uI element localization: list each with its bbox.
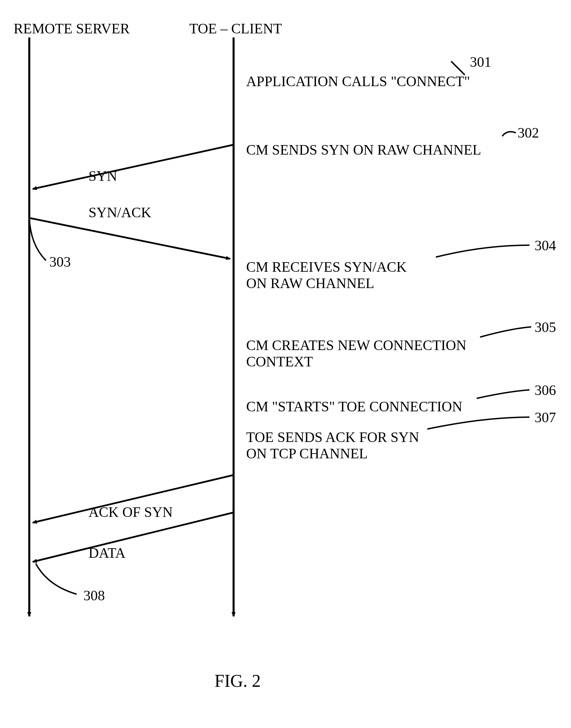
header-remote-server: REMOTE SERVER — [14, 20, 130, 37]
ref-305: 305 — [535, 319, 556, 335]
ref-301: 301 — [470, 54, 491, 70]
step-301: APPLICATION CALLS "CONNECT" — [246, 73, 470, 90]
figure-caption: FIG. 2 — [215, 671, 261, 691]
svg-line-7 — [451, 61, 465, 75]
ref-302: 302 — [518, 125, 539, 141]
step-307: TOE SENDS ACK FOR SYN ON TCP CHANNEL — [246, 429, 419, 462]
msg-synack: SYN/ACK — [89, 204, 151, 221]
msg-ack-of-syn: ACK OF SYN — [89, 504, 173, 520]
header-toe-client: TOE – CLIENT — [189, 20, 282, 37]
ref-308: 308 — [83, 587, 105, 604]
step-304: CM RECEIVES SYN/ACK ON RAW CHANNEL — [246, 259, 407, 292]
svg-line-3 — [33, 145, 234, 189]
msg-data: DATA — [89, 545, 126, 561]
ref-303: 303 — [49, 254, 71, 270]
msg-syn: SYN — [89, 168, 117, 184]
step-302: CM SENDS SYN ON RAW CHANNEL — [246, 142, 481, 158]
ref-306: 306 — [535, 382, 556, 398]
ref-307: 307 — [535, 409, 556, 426]
step-306: CM "STARTS" TOE CONNECTION — [246, 398, 462, 415]
ref-304: 304 — [535, 237, 556, 254]
sequence-diagram: REMOTE SERVER TOE – CLIENT SYN SYN/ACK A… — [0, 0, 571, 728]
step-305: CM CREATES NEW CONNECTION CONTEXT — [246, 337, 466, 370]
svg-line-4 — [29, 218, 230, 259]
